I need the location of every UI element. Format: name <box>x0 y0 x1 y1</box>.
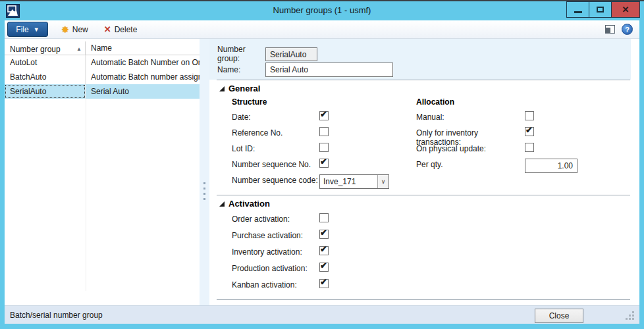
column-header-number-group[interactable]: Number group ▲ <box>5 41 86 55</box>
manual-row: Manual: <box>416 111 581 127</box>
inventory-activation-checkbox[interactable]: ✔ <box>319 246 329 255</box>
column-header-name[interactable]: Name <box>86 41 200 55</box>
new-button-label: New <box>72 25 88 34</box>
splitter-grip-icon <box>203 182 205 200</box>
kanban-activation-checkbox[interactable]: ✔ <box>319 279 329 288</box>
close-button[interactable]: Close <box>535 309 583 323</box>
lot-id-label: Lot ID: <box>232 143 319 153</box>
maximize-button[interactable] <box>589 1 611 18</box>
layout-pane-icon[interactable] <box>605 25 615 34</box>
order-activation-label: Order activation: <box>232 213 319 224</box>
resize-grip-icon[interactable] <box>632 311 634 313</box>
number-sequence-code-combobox[interactable]: Inve_171∨ <box>319 174 389 189</box>
inventory-activation-label: Inventory activation: <box>232 246 319 257</box>
window-controls: ✕ <box>566 1 640 18</box>
file-menu-label: File <box>16 25 28 34</box>
order-activation-checkbox[interactable] <box>319 213 329 222</box>
only-for-inventory-transactions-checkbox[interactable]: ✔ <box>525 127 534 136</box>
on-physical-update-row: On physical update: <box>416 143 581 159</box>
chevron-down-icon: ▼ <box>34 26 40 33</box>
activation-section-header[interactable]: Activation <box>219 199 270 209</box>
detail-panel: Number group: SerialAuto Name: Serial Au… <box>209 39 631 305</box>
per-qty-field[interactable]: 1.00 <box>525 159 577 173</box>
general-section-header[interactable]: General <box>219 84 260 93</box>
window-body: File ▼ ✸ New ✕ Delete ? Number group ▲ <box>5 20 639 324</box>
panel-splitter[interactable] <box>200 39 209 305</box>
grid-row-batchauto[interactable]: BatchAutoAutomatic Batch number assign <box>5 70 200 84</box>
structure-group-title: Structure <box>232 97 267 107</box>
status-bar: Batch/serial number group Close <box>5 305 639 324</box>
grid-row-autolot[interactable]: AutoLotAutomatic Batch Number on Or <box>5 55 200 70</box>
number-group-grid: Number group ▲ Name AutoLotAutomatic Bat… <box>5 39 200 305</box>
per-qty-label: Per qty. <box>416 159 525 169</box>
kanban-activation-label: Kanban activation: <box>232 279 319 290</box>
number-sequence-code-label: Number sequence code: <box>232 174 319 185</box>
number-group-label: Number group: <box>217 45 265 63</box>
status-text: Batch/serial number group <box>10 311 103 320</box>
purchase-activation-label: Purchase activation: <box>232 230 319 240</box>
order-activation-row: Order activation: <box>232 213 393 230</box>
new-starburst-icon: ✸ <box>61 25 69 34</box>
date-checkbox[interactable]: ✔ <box>319 111 329 120</box>
checkmark-icon: ✔ <box>320 261 327 270</box>
checkmark-icon: ✔ <box>320 277 327 287</box>
manual-label: Manual: <box>416 111 525 122</box>
number-sequence-no-checkbox[interactable]: ✔ <box>319 159 329 168</box>
minimize-button[interactable] <box>566 1 589 18</box>
cell-number-group[interactable]: AutoLot <box>5 55 86 70</box>
column-header-label: Name <box>91 43 112 53</box>
lot-id-checkbox[interactable] <box>319 143 329 152</box>
section-separator <box>217 299 630 300</box>
grid-row-serialauto[interactable]: SerialAutoSerial Auto <box>5 84 200 99</box>
reference-no-row: Reference No. <box>232 127 393 143</box>
new-button[interactable]: ✸ New <box>59 23 91 36</box>
number-group-field[interactable]: SerialAuto <box>265 47 317 61</box>
activation-fields: Order activation:Purchase activation:✔In… <box>232 213 393 295</box>
cell-name[interactable]: Serial Auto <box>86 84 200 99</box>
toolbar: File ▼ ✸ New ✕ Delete ? <box>5 20 639 39</box>
reference-no-checkbox[interactable] <box>319 127 329 136</box>
cell-number-group[interactable]: SerialAuto <box>5 84 86 99</box>
lot-id-row: Lot ID: <box>232 143 393 159</box>
cell-number-group[interactable]: BatchAuto <box>5 70 86 84</box>
dropdown-arrow-icon[interactable]: ∨ <box>377 175 389 188</box>
minimize-icon <box>574 11 582 13</box>
per-qty-row: Per qty.1.00 <box>416 159 581 174</box>
close-icon: ✕ <box>622 5 630 14</box>
close-window-button[interactable]: ✕ <box>611 1 640 18</box>
delete-button[interactable]: ✕ Delete <box>101 23 140 36</box>
reference-no-label: Reference No. <box>232 127 319 138</box>
production-activation-checkbox[interactable]: ✔ <box>319 263 329 272</box>
inventory-activation-row: Inventory activation:✔ <box>232 246 393 263</box>
collapse-triangle-icon <box>219 201 225 207</box>
allocation-group-title: Allocation <box>416 97 454 107</box>
window-title: Number groups (1 - usmf) <box>0 5 644 15</box>
purchase-activation-checkbox[interactable]: ✔ <box>319 230 329 239</box>
purchase-activation-row: Purchase activation:✔ <box>232 230 393 246</box>
manual-checkbox[interactable] <box>525 111 534 120</box>
only-for-inventory-transactions-row: Only for inventory transactions:✔ <box>416 127 581 143</box>
checkmark-icon: ✔ <box>320 109 327 119</box>
file-menu-button[interactable]: File ▼ <box>7 22 48 37</box>
general-section-title: General <box>228 84 260 93</box>
toolbar-right-icons: ? <box>605 24 633 35</box>
activation-section-title: Activation <box>228 199 270 209</box>
checkmark-icon: ✔ <box>320 157 327 166</box>
production-activation-row: Production activation:✔ <box>232 263 393 279</box>
title-bar[interactable]: Number groups (1 - usmf) ✕ <box>0 1 644 20</box>
number-sequence-code-row: Number sequence code:Inve_171∨ <box>232 174 393 190</box>
date-label: Date: <box>232 111 319 122</box>
on-physical-update-checkbox[interactable] <box>525 143 534 152</box>
on-physical-update-label: On physical update: <box>416 143 525 153</box>
cell-name[interactable]: Automatic Batch Number on Or <box>86 55 200 70</box>
number-group-row: Number group: SerialAuto <box>217 45 317 63</box>
name-row: Name: Serial Auto <box>217 63 393 77</box>
help-icon[interactable]: ? <box>622 24 633 35</box>
name-field[interactable]: Serial Auto <box>265 63 393 77</box>
combobox-value: Inve_171 <box>320 175 377 188</box>
section-separator <box>217 195 630 195</box>
checkmark-icon: ✔ <box>320 228 327 238</box>
checkmark-icon: ✔ <box>525 125 533 135</box>
cell-name[interactable]: Automatic Batch number assign <box>86 70 200 84</box>
allocation-fields: Manual:Only for inventory transactions:✔… <box>416 111 581 174</box>
